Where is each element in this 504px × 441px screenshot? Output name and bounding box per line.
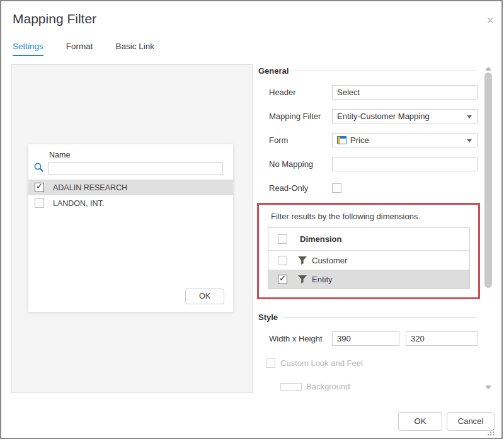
scrollbar-thumb[interactable] xyxy=(484,72,492,288)
no-mapping-field-row: No Mapping xyxy=(269,157,478,171)
close-icon[interactable]: × xyxy=(483,13,498,28)
mapping-filter-value: Entity-Customer Mapping xyxy=(337,112,430,121)
header-field-label: Header xyxy=(269,88,332,97)
table-row[interactable]: Entity xyxy=(268,270,469,289)
mapping-filter-field-row: Mapping Filter Entity-Customer Mapping xyxy=(269,109,478,123)
no-mapping-field-label: No Mapping xyxy=(269,159,332,169)
header-input[interactable] xyxy=(332,85,478,100)
form-value: Price xyxy=(350,135,369,145)
member-checkbox[interactable] xyxy=(35,198,44,208)
custom-look-row: Custom Look and Feel xyxy=(266,358,478,368)
custom-look-label: Custom Look and Feel xyxy=(280,358,363,368)
name-column-header: Name xyxy=(49,151,70,159)
tab-basic-link[interactable]: Basic Link xyxy=(116,42,155,56)
dimension-checkbox[interactable] xyxy=(278,256,287,265)
scroll-up-icon[interactable] xyxy=(485,67,491,71)
properties-panel: General Header Mapping Filter Entity-Cus… xyxy=(258,66,478,391)
search-icon xyxy=(33,162,44,173)
style-section-title: Style xyxy=(258,312,278,322)
dimension-label: Entity xyxy=(312,275,333,284)
background-label: Background xyxy=(306,382,350,391)
member-select-popup: Name ADALIN RESEARCH LANDON, INT. OK xyxy=(28,144,233,312)
width-height-row: Width x Height xyxy=(269,331,478,346)
dimension-column-header: Dimension xyxy=(300,234,341,244)
read-only-checkbox[interactable] xyxy=(332,183,341,193)
form-icon xyxy=(337,136,346,144)
style-section-header: Style xyxy=(258,312,478,322)
search-input[interactable] xyxy=(49,162,223,175)
form-dropdown[interactable]: Price xyxy=(332,133,478,147)
filter-dimensions-highlight: Filter results by the following dimensio… xyxy=(257,203,480,299)
member-list-header: Name xyxy=(28,144,233,180)
mapping-filter-field-label: Mapping Filter xyxy=(269,112,332,121)
section-rule xyxy=(284,317,478,318)
member-label: LANDON, INT. xyxy=(53,199,104,208)
page-title: Mapping Filter xyxy=(13,11,96,26)
member-label: ADALIN RESEARCH xyxy=(53,183,127,192)
filter-description: Filter results by the following dimensio… xyxy=(271,212,478,221)
tab-bar: Settings Format Basic Link xyxy=(13,42,154,56)
section-rule xyxy=(294,71,478,71)
form-field-label: Form xyxy=(269,135,332,145)
no-mapping-input[interactable] xyxy=(332,157,478,171)
general-section-header: General xyxy=(258,66,478,76)
tab-format[interactable]: Format xyxy=(66,42,93,56)
read-only-field-label: Read-Only xyxy=(269,183,332,193)
scroll-down-icon[interactable] xyxy=(485,386,491,389)
table-row[interactable]: Customer xyxy=(268,251,469,270)
mapping-filter-dialog: Mapping Filter × Settings Format Basic L… xyxy=(0,0,503,439)
list-item[interactable]: LANDON, INT. xyxy=(28,195,233,211)
filter-funnel-icon xyxy=(298,256,307,265)
popup-ok-button[interactable]: OK xyxy=(185,289,224,304)
background-color-swatch[interactable] xyxy=(280,383,302,391)
dimension-checkbox[interactable] xyxy=(278,275,287,284)
cancel-button[interactable]: Cancel xyxy=(447,412,495,431)
background-row: Background xyxy=(280,382,478,391)
mapping-filter-dropdown[interactable]: Entity-Customer Mapping xyxy=(332,109,478,123)
ok-button[interactable]: OK xyxy=(398,412,442,431)
height-input[interactable] xyxy=(406,331,478,346)
read-only-field-row: Read-Only xyxy=(269,181,478,195)
dimension-label: Customer xyxy=(312,256,347,265)
width-height-label: Width x Height xyxy=(269,334,332,343)
header-field-row: Header xyxy=(269,85,478,100)
resize-grip[interactable] xyxy=(493,429,494,430)
width-height-inputs xyxy=(332,331,478,346)
chevron-down-icon xyxy=(467,115,472,118)
filter-funnel-icon xyxy=(298,275,307,284)
dimension-table-header: Dimension xyxy=(268,228,469,251)
select-all-dimensions-checkbox[interactable] xyxy=(278,234,287,244)
dimension-table: Dimension Customer Entity xyxy=(268,227,470,289)
list-item[interactable]: ADALIN RESEARCH xyxy=(28,180,233,195)
member-checkbox[interactable] xyxy=(35,183,44,192)
custom-look-checkbox[interactable] xyxy=(266,358,275,368)
form-field-row: Form Price xyxy=(269,133,478,147)
width-input[interactable] xyxy=(332,331,399,346)
general-section-title: General xyxy=(258,66,289,76)
vertical-scrollbar[interactable] xyxy=(484,64,493,392)
tab-settings[interactable]: Settings xyxy=(13,42,43,56)
preview-panel: Name ADALIN RESEARCH LANDON, INT. OK xyxy=(11,64,253,393)
chevron-down-icon xyxy=(467,139,472,142)
